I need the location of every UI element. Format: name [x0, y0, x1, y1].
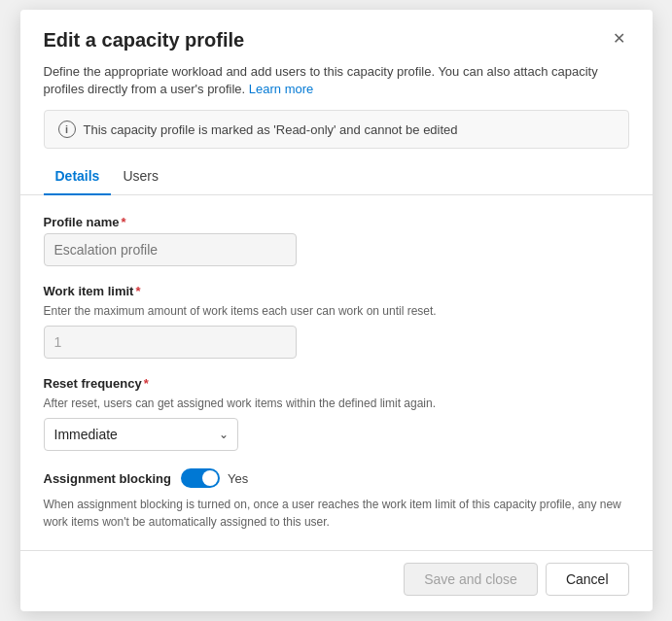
- reset-frequency-label: Reset frequency*: [44, 376, 629, 391]
- reset-frequency-description: After reset, users can get assigned work…: [44, 397, 629, 410]
- cancel-button[interactable]: Cancel: [546, 563, 629, 596]
- dialog-subtitle: Define the appropriate workload and add …: [20, 63, 653, 110]
- work-item-limit-input[interactable]: [44, 326, 297, 359]
- profile-name-group: Profile name*: [44, 215, 629, 266]
- reset-frequency-required: *: [144, 376, 149, 391]
- dialog-title: Edit a capacity profile: [44, 29, 245, 52]
- blocking-header: Assignment blocking Yes: [44, 468, 629, 488]
- reset-frequency-select[interactable]: Immediate Daily Weekly Monthly: [44, 418, 238, 451]
- toggle-container: Yes: [181, 468, 248, 488]
- readonly-text: This capacity profile is marked as 'Read…: [84, 122, 458, 137]
- profile-name-required: *: [122, 215, 126, 229]
- dialog-body: Profile name* Work item limit* Enter the…: [20, 195, 653, 550]
- dialog-header: Edit a capacity profile ✕: [20, 10, 653, 63]
- reset-frequency-group: Reset frequency* After reset, users can …: [44, 376, 629, 451]
- toggle-knob: [202, 470, 218, 486]
- profile-name-input[interactable]: [44, 233, 297, 266]
- save-and-close-button[interactable]: Save and close: [404, 563, 538, 596]
- subtitle-text: Define the appropriate workload and add …: [44, 64, 598, 96]
- assignment-blocking-label: Assignment blocking: [44, 471, 171, 486]
- tab-bar: Details Users: [20, 160, 653, 195]
- toggle-value-label: Yes: [228, 471, 248, 486]
- assignment-blocking-description: When assignment blocking is turned on, o…: [44, 496, 629, 531]
- tab-users[interactable]: Users: [111, 160, 170, 195]
- info-icon: i: [58, 121, 76, 138]
- assignment-blocking-toggle[interactable]: [181, 468, 220, 488]
- work-item-limit-required: *: [135, 284, 140, 298]
- close-button[interactable]: ✕: [609, 29, 629, 49]
- edit-capacity-dialog: Edit a capacity profile ✕ Define the app…: [20, 10, 653, 611]
- reset-frequency-select-wrapper: Immediate Daily Weekly Monthly ⌄: [44, 418, 238, 451]
- work-item-limit-description: Enter the maximum amount of work items e…: [44, 304, 629, 318]
- learn-more-link[interactable]: Learn more: [249, 82, 313, 96]
- work-item-limit-label: Work item limit*: [44, 284, 629, 298]
- dialog-footer: Save and close Cancel: [20, 550, 653, 611]
- work-item-limit-group: Work item limit* Enter the maximum amoun…: [44, 284, 629, 359]
- profile-name-label: Profile name*: [44, 215, 629, 229]
- assignment-blocking-group: Assignment blocking Yes When assignment …: [44, 468, 629, 531]
- tab-details[interactable]: Details: [44, 160, 112, 195]
- readonly-banner: i This capacity profile is marked as 'Re…: [44, 110, 629, 149]
